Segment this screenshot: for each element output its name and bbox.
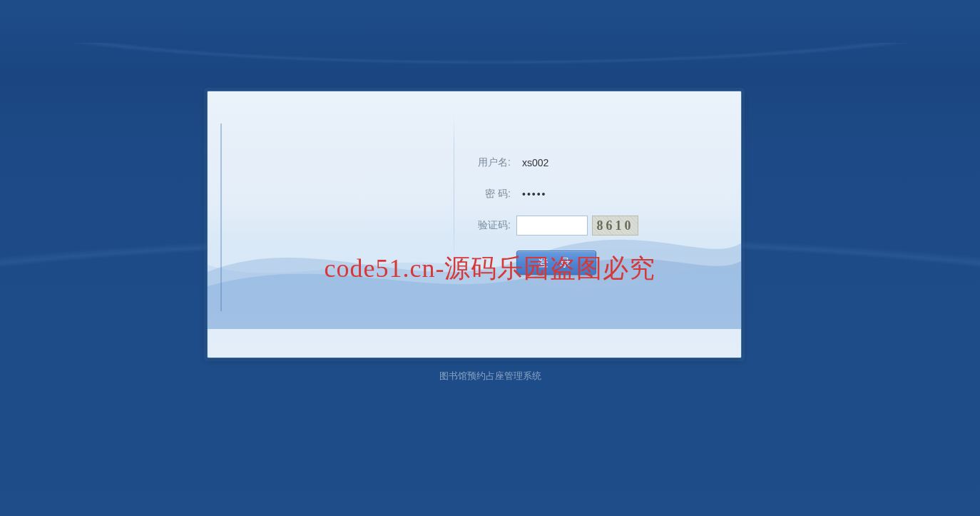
username-row: 用户名: (471, 152, 714, 173)
captcha-input[interactable] (516, 216, 588, 236)
password-row: 密 码: (471, 183, 714, 205)
captcha-label: 验证码: (471, 219, 511, 232)
captcha-image[interactable]: 8610 (592, 216, 638, 236)
footer-text: 图书馆预约占座管理系统 (0, 370, 980, 383)
login-button[interactable]: 登 录 (516, 251, 596, 275)
password-input[interactable] (516, 184, 691, 204)
login-panel: 用户名: 密 码: 验证码: 8610 登 录 (207, 91, 742, 358)
username-input[interactable] (516, 153, 691, 173)
vertical-divider (454, 116, 454, 259)
username-label: 用户名: (471, 156, 511, 169)
captcha-row: 验证码: 8610 (471, 215, 714, 236)
left-accent-line (220, 123, 222, 311)
captcha-image-text: 8610 (597, 218, 634, 233)
login-form: 用户名: 密 码: 验证码: 8610 登 录 (471, 152, 714, 275)
password-label: 密 码: (471, 188, 511, 201)
